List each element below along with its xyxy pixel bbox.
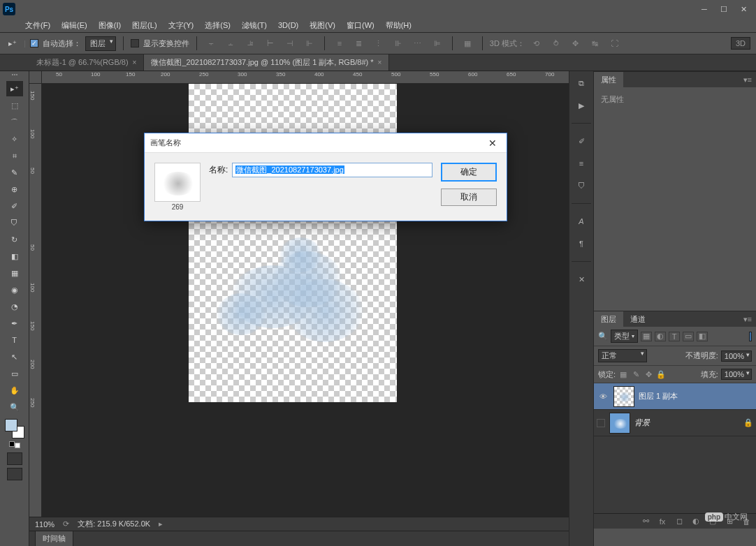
blend-mode-select[interactable]: 正常 [598,349,647,362]
lock-transparent-icon[interactable]: ▦ [618,369,628,379]
visibility-icon[interactable]: 👁 [597,390,609,403]
dialog-titlebar[interactable]: 画笔名称 ✕ [145,133,507,153]
menu-image[interactable]: 图像(I) [93,19,126,32]
para-panel-icon[interactable]: ¶ [574,236,589,251]
dialog-close-button[interactable]: ✕ [484,136,501,150]
brush-panel-icon[interactable]: ✐ [574,133,589,149]
ruler-horizontal[interactable]: 50 100 150 200 250 300 350 400 450 500 5… [42,71,569,84]
filter-smart-icon[interactable]: ◧ [697,332,708,341]
show-transform-checkbox[interactable] [131,39,139,47]
cancel-button[interactable]: 取消 [441,189,497,206]
marquee-tool[interactable]: ⬚ [6,98,23,113]
tool-grip[interactable] [4,74,25,78]
lasso-tool[interactable]: ⌒ [6,115,23,130]
properties-menu-icon[interactable]: ▾≡ [739,75,756,84]
pen-tool[interactable]: ✒ [6,316,23,331]
filter-type-icon[interactable]: T [669,332,680,341]
filter-adjust-icon[interactable]: ◐ [655,332,666,341]
menu-help[interactable]: 帮助(H) [380,19,417,32]
document-tab-1[interactable]: 未标题-1 @ 66.7%(RGB/8) × [29,54,144,71]
brush-tool[interactable]: ✐ [6,198,23,214]
layers-menu-icon[interactable]: ▾≡ [739,315,756,324]
link-layers-icon[interactable]: ⚯ [640,516,651,527]
layers-tab[interactable]: 图层 [594,311,623,327]
align-bottom-icon[interactable]: ⫡ [243,36,259,51]
auto-select-checkbox[interactable]: ✓ [30,39,38,47]
3d-roll-icon[interactable]: ⥁ [548,36,564,51]
layer-fx-icon[interactable]: fx [657,516,668,527]
clone-panel-icon[interactable]: ⛉ [574,178,589,193]
filter-toggle[interactable] [749,332,752,341]
layer-thumbnail[interactable] [609,413,630,434]
status-arrow-icon[interactable]: ▸ [159,519,163,529]
align-top-icon[interactable]: ⫟ [204,36,219,51]
history-panel-icon[interactable]: ⧉ [574,75,589,91]
document-canvas[interactable] [189,84,397,402]
hand-tool[interactable]: ✋ [6,383,23,398]
3d-slide-icon[interactable]: ↹ [588,36,603,51]
eyedropper-tool[interactable]: ✎ [6,165,23,180]
tab-1-close-icon[interactable]: × [133,59,137,66]
ruler-vertical[interactable]: 150 100 50 50 100 150 200 250 [29,84,42,517]
zoom-tool[interactable]: 🔍 [6,399,23,415]
default-colors[interactable] [9,441,20,448]
blur-tool[interactable]: ◉ [6,282,23,297]
layer-row[interactable]: 👁 图层 1 副本 [594,383,756,410]
layer-row[interactable]: 背景 🔒 [594,410,756,436]
filter-pixels-icon[interactable]: ▦ [641,332,652,341]
align-right-icon[interactable]: ⊩ [302,36,317,51]
menu-3d[interactable]: 3D(D) [272,20,304,31]
menu-layer[interactable]: 图层(L) [126,19,162,32]
shape-tool[interactable]: ▭ [6,366,23,381]
tab-2-close-icon[interactable]: × [378,59,382,66]
auto-align-icon[interactable]: ▦ [460,36,475,51]
type-tool[interactable]: T [6,332,23,348]
char-panel-icon[interactable]: A [574,214,589,229]
menu-filter[interactable]: 滤镜(T) [236,19,272,32]
lock-pixels-icon[interactable]: ✎ [631,369,641,379]
move-tool[interactable]: ▸⁺ [6,81,23,96]
menu-view[interactable]: 视图(V) [304,19,341,32]
close-window-button[interactable]: ✕ [734,2,753,16]
auto-select-target[interactable]: 图层 [85,36,116,51]
dist-2-icon[interactable]: ≣ [351,36,367,51]
path-tool[interactable]: ↖ [6,349,23,364]
channels-tab[interactable]: 通道 [623,311,653,327]
menu-type[interactable]: 文字(Y) [163,19,200,32]
actions-panel-icon[interactable]: ▶ [574,98,589,113]
filter-shape-icon[interactable]: ▭ [683,332,694,341]
align-vmid-icon[interactable]: ⫠ [224,36,239,51]
menu-file[interactable]: 文件(F) [20,19,56,32]
dist-6-icon[interactable]: ⊫ [430,36,445,51]
ok-button[interactable]: 确定 [441,163,497,182]
nav-panel-icon[interactable]: ✕ [574,272,589,287]
crop-tool[interactable]: ⌗ [6,148,23,163]
layer-mask-icon[interactable]: ◻ [674,516,685,527]
timeline-tab[interactable]: 时间轴 [35,531,73,546]
eraser-tool[interactable]: ◧ [6,249,23,264]
menu-edit[interactable]: 编辑(E) [56,19,93,32]
dist-5-icon[interactable]: ⋯ [410,36,426,51]
foreground-color[interactable] [5,419,17,431]
history-brush-tool[interactable]: ↻ [6,232,23,247]
minimize-button[interactable]: ─ [695,2,714,16]
opacity-value[interactable]: 100% [721,351,752,362]
align-left-icon[interactable]: ⊢ [263,36,278,51]
layer-name[interactable]: 图层 1 副本 [639,391,753,401]
menu-window[interactable]: 窗口(W) [341,19,380,32]
3d-button[interactable]: 3D [731,37,750,50]
search-icon[interactable]: 🔍 [598,332,608,341]
layer-thumbnail[interactable] [613,386,634,407]
filter-type-select[interactable]: 类型 ▾ [611,330,638,343]
dodge-tool[interactable]: ◔ [6,299,23,314]
new-adjust-icon[interactable]: ◐ [690,516,702,527]
3d-pan-icon[interactable]: ✥ [568,36,583,51]
magic-wand-tool[interactable]: ✧ [6,131,23,147]
zoom-level[interactable]: 110% [35,520,54,529]
visibility-icon[interactable] [597,419,605,427]
refresh-icon[interactable]: ⟳ [63,519,69,529]
gradient-tool[interactable]: ▦ [6,265,23,281]
heal-tool[interactable]: ⊕ [6,182,23,197]
3d-scale-icon[interactable]: ⛶ [607,36,623,51]
dist-3-icon[interactable]: ⋮ [371,36,386,51]
